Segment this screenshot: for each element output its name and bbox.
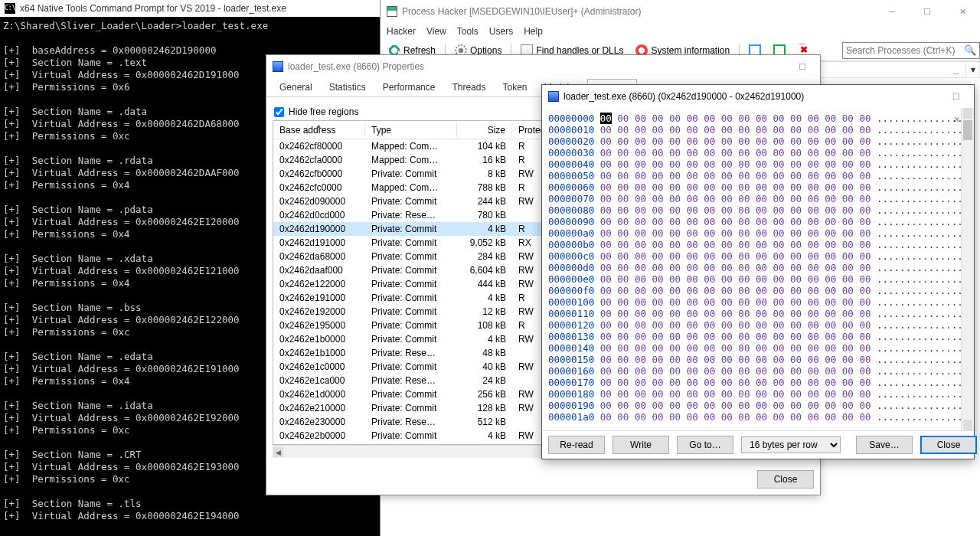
cell-base: 0x2462e1ca000	[273, 374, 365, 387]
hex-line: 000000e0 00 00 00 00 00 00 00 00 00 00 0…	[548, 273, 974, 285]
terminal-titlebar[interactable]: C:\ x64 Native Tools Command Prompt for …	[0, 0, 380, 17]
cell-base: 0x2462da68000	[273, 250, 365, 263]
close-button[interactable]: Close	[920, 436, 977, 454]
cell-size: 4 kB	[457, 292, 512, 304]
column-size[interactable]: Size	[457, 123, 512, 137]
write-button[interactable]: Write	[612, 436, 669, 454]
hex-line: 00000030 00 00 00 00 00 00 00 00 00 00 0…	[548, 147, 974, 159]
cell-type: Private: Commit	[365, 319, 457, 332]
reread-button[interactable]: Re-read	[548, 436, 605, 454]
close-button[interactable]	[945, 0, 980, 23]
menu-help[interactable]: Help	[524, 26, 543, 37]
cell-size: 4 kB	[457, 430, 512, 442]
search-input[interactable]	[846, 45, 961, 56]
cmd-icon: C:\	[5, 3, 15, 14]
cell-base: 0x2462e1d0000	[273, 388, 365, 400]
cell-size: 780 kB	[457, 209, 512, 221]
maximize-button[interactable]	[910, 0, 945, 23]
column-base-address[interactable]: Base address	[273, 123, 365, 137]
cell-type: Private: Commit	[365, 223, 457, 235]
cell-base: 0x2462daaf000	[273, 264, 365, 276]
maximize-button[interactable]	[785, 55, 820, 78]
ph-titlebar[interactable]: Process Hacker [MSEDGEWIN10\IEUser]+ (Ad…	[381, 0, 980, 23]
hex-line: 000000d0 00 00 00 00 00 00 00 00 00 00 0…	[548, 262, 974, 273]
menu-users[interactable]: Users	[489, 26, 513, 37]
minimize-button[interactable]	[785, 32, 820, 55]
cell-base: 0x2462d190000	[273, 223, 365, 235]
hex-line: 00000040 00 00 00 00 00 00 00 00 00 00 0…	[548, 159, 974, 170]
hex-line: 00000070 00 00 00 00 00 00 00 00 00 00 0…	[548, 193, 974, 204]
hex-line: 00000080 00 00 00 00 00 00 00 00 00 00 0…	[548, 204, 974, 216]
properties-footer: Close	[266, 464, 820, 495]
cell-size: 4 kB	[457, 333, 512, 345]
goto-button[interactable]: Go to…	[677, 436, 733, 454]
hex-line: 00000010 00 00 00 00 00 00 00 00 00 00 0…	[548, 124, 974, 136]
scrollbar-thumb[interactable]	[963, 120, 972, 140]
hex-line: 000000f0 00 00 00 00 00 00 00 00 00 00 0…	[548, 285, 974, 296]
hex-line: 00000140 00 00 00 00 00 00 00 00 00 00 0…	[548, 342, 974, 354]
vertical-scrollbar[interactable]	[961, 108, 974, 430]
bytes-per-row-select[interactable]: 16 bytes per row	[741, 436, 841, 453]
cell-size: 6,604 kB	[457, 264, 512, 276]
hex-line: 00000120 00 00 00 00 00 00 00 00 00 00 0…	[548, 319, 974, 331]
cell-size: 256 kB	[457, 388, 512, 400]
properties-titlebar[interactable]: loader_test.exe (8660) Properties	[266, 55, 820, 78]
menu-hacker[interactable]: Hacker	[387, 26, 416, 37]
cell-size: 244 kB	[457, 195, 512, 208]
tab-statistics[interactable]: Statistics	[321, 78, 374, 96]
cell-size: 16 kB	[457, 154, 512, 166]
save-button[interactable]: Save…	[856, 436, 913, 454]
maximize-button[interactable]	[939, 85, 974, 108]
cell-type: Private: Rese…	[365, 347, 457, 359]
tab-performance[interactable]: Performance	[374, 78, 444, 96]
hex-titlebar[interactable]: loader_test.exe (8660) (0x2462d190000 - …	[542, 85, 974, 108]
cell-size: 128 kB	[457, 402, 512, 414]
tab-threads[interactable]: Threads	[443, 78, 494, 96]
cell-type: Private: Rese…	[365, 209, 457, 221]
cell-type: Private: Rese…	[365, 374, 457, 387]
cell-base: 0x2462e1b1000	[273, 347, 365, 359]
hex-line: 00000160 00 00 00 00 00 00 00 00 00 00 0…	[548, 365, 974, 377]
caption-buttons	[874, 0, 980, 23]
tab-token[interactable]: Token	[494, 78, 535, 96]
close-button[interactable]: Close	[757, 470, 814, 489]
hex-dump-view[interactable]: 00000000 00 00 00 00 00 00 00 00 00 00 0…	[542, 108, 974, 430]
minimize-button[interactable]	[939, 62, 974, 85]
cell-size: 108 kB	[457, 319, 512, 332]
cell-base: 0x2462e2b0000	[273, 430, 365, 442]
cell-type: Mapped: Com…	[365, 154, 457, 166]
cell-type: Mapped: Com…	[365, 140, 457, 152]
cell-type: Private: Commit	[365, 195, 457, 208]
cell-size: 284 kB	[457, 250, 512, 263]
search-box[interactable]: 🔍	[842, 42, 980, 59]
tab-general[interactable]: General	[271, 78, 321, 96]
hex-line: 00000000 00 00 00 00 00 00 00 00 00 00 0…	[548, 113, 974, 124]
hex-line: 00000020 00 00 00 00 00 00 00 00 00 00 0…	[548, 136, 974, 147]
cell-base: 0x2462e1c0000	[273, 361, 365, 373]
hex-line: 00000050 00 00 00 00 00 00 00 00 00 00 0…	[548, 170, 974, 181]
hide-free-label: Hide free regions	[289, 106, 358, 117]
cell-base: 0x2462cf80000	[273, 140, 365, 152]
cell-base: 0x2462d0cd000	[273, 209, 365, 221]
cell-size: 8 kB	[457, 168, 512, 180]
hex-line: 00000150 00 00 00 00 00 00 00 00 00 00 0…	[548, 354, 974, 365]
app-icon	[273, 61, 283, 72]
column-type[interactable]: Type	[365, 123, 457, 137]
cell-type: Private: Commit	[365, 333, 457, 345]
cell-type: Mapped: Com…	[365, 181, 457, 194]
hex-line: 00000170 00 00 00 00 00 00 00 00 00 00 0…	[548, 377, 974, 388]
cell-type: Private: Commit	[365, 388, 457, 400]
cell-size: 788 kB	[457, 181, 512, 194]
cell-type: Private: Commit	[365, 430, 457, 442]
cell-base: 0x2462d090000	[273, 195, 365, 208]
app-icon	[548, 91, 559, 102]
menu-tools[interactable]: Tools	[457, 26, 479, 37]
menu-view[interactable]: View	[426, 26, 446, 37]
minimize-button[interactable]	[874, 0, 910, 23]
cell-size: 444 kB	[457, 278, 512, 290]
properties-title: loader_test.exe (8660) Properties	[288, 61, 424, 72]
cell-size: 512 kB	[457, 416, 512, 428]
search-icon[interactable]: 🔍	[964, 44, 976, 56]
hide-free-checkbox[interactable]	[274, 107, 284, 117]
cell-base: 0x2462e210000	[273, 402, 365, 414]
